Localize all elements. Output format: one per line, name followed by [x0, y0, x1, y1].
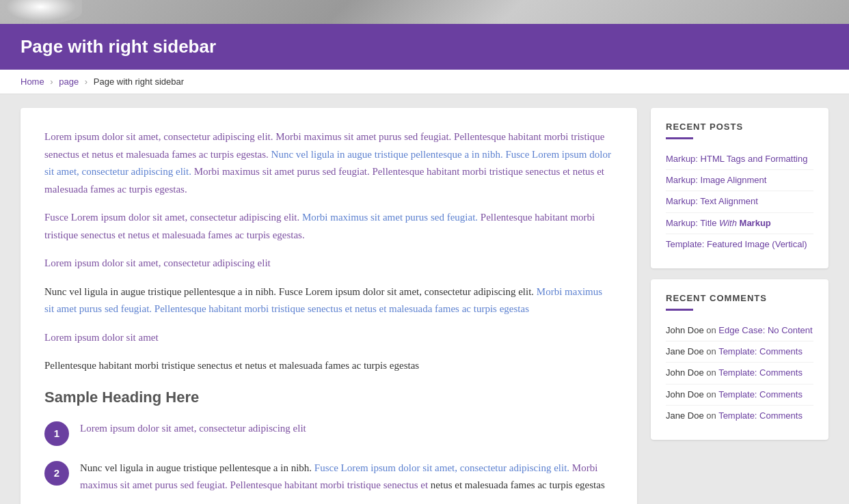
list-item: Markup: HTML Tags and Formatting	[666, 149, 813, 170]
page-title: Page with right sidebar	[21, 36, 828, 57]
comment-entry: Jane Doe on Template: Comments	[666, 406, 813, 426]
list-item-text-1: Lorem ipsum dolor sit amet, consectetur …	[80, 420, 613, 438]
numbered-list: 1 Lorem ipsum dolor sit amet, consectetu…	[44, 420, 613, 494]
recent-comments-title: RECENT COMMENTS	[666, 293, 813, 303]
breadcrumb-page[interactable]: page	[59, 76, 79, 87]
commenter-name: Jane Doe	[666, 410, 704, 421]
number-badge-1: 1	[44, 421, 69, 446]
breadcrumb-home[interactable]: Home	[21, 76, 44, 87]
comment-entry: John Doe on Template: Comments	[666, 363, 813, 384]
comment-post-link[interactable]: Template: Comments	[718, 367, 803, 378]
list-item: Markup: Title With Markup	[666, 213, 813, 234]
number-badge-2: 2	[44, 461, 69, 486]
comment-post-link[interactable]: Edge Case: No Content	[718, 325, 812, 335]
list-item: Markup: Image Alignment	[666, 170, 813, 191]
recent-post-link-4[interactable]: Markup: Title With Markup	[666, 218, 771, 228]
recent-posts-title: RECENT POSTS	[666, 122, 813, 132]
comment-post-link[interactable]: Template: Comments	[718, 389, 803, 400]
recent-post-link-3[interactable]: Markup: Text Alignment	[666, 196, 758, 206]
comment-post-link[interactable]: Template: Comments	[718, 410, 803, 421]
commenter-name: Jane Doe	[666, 346, 704, 356]
page-header: Page with right sidebar	[0, 24, 849, 70]
commenter-name: John Doe	[666, 325, 704, 335]
breadcrumb-sep-2: ›	[85, 76, 87, 87]
paragraph-4: Nunc vel ligula in augue tristique pelle…	[44, 283, 613, 318]
paragraph-5: Lorem ipsum dolor sit amet	[44, 329, 613, 347]
list-item: Template: Featured Image (Vertical)	[666, 234, 813, 255]
list-item-text-2: Nunc vel ligula in augue tristique pelle…	[80, 460, 613, 494]
comment-entry: John Doe on Template: Comments	[666, 384, 813, 406]
paragraph-3: Lorem ipsum dolor sit amet, consectetur …	[44, 255, 613, 272]
sample-heading: Sample Heading Here	[44, 389, 613, 406]
main-container: Lorem ipsum dolor sit amet, consectetur …	[0, 94, 849, 504]
commenter-name: John Doe	[666, 367, 704, 378]
recent-posts-list: Markup: HTML Tags and Formatting Markup:…	[666, 149, 813, 255]
hero-image	[0, 0, 849, 24]
sidebar: RECENT POSTS Markup: HTML Tags and Forma…	[651, 108, 828, 504]
content-area: Lorem ipsum dolor sit amet, consectetur …	[21, 108, 637, 504]
comment-entry: Jane Doe on Template: Comments	[666, 341, 813, 363]
paragraph-6: Pellentesque habitant morbi tristique se…	[44, 357, 613, 375]
recent-post-link-5[interactable]: Template: Featured Image (Vertical)	[666, 239, 807, 249]
breadcrumb-current: Page with right sidebar	[94, 76, 184, 87]
breadcrumb-sep-1: ›	[50, 76, 53, 87]
recent-post-link-1[interactable]: Markup: HTML Tags and Formatting	[666, 154, 807, 164]
recent-comments-underline	[666, 309, 693, 311]
recent-comments-widget: RECENT COMMENTS John Doe on Edge Case: N…	[651, 279, 828, 440]
list-item: Markup: Text Alignment	[666, 191, 813, 212]
list-item: 1 Lorem ipsum dolor sit amet, consectetu…	[44, 420, 613, 446]
commenter-name: John Doe	[666, 389, 704, 400]
recent-post-link-2[interactable]: Markup: Image Alignment	[666, 175, 766, 185]
comment-entry: John Doe on Edge Case: No Content	[666, 320, 813, 341]
recent-posts-widget: RECENT POSTS Markup: HTML Tags and Forma…	[651, 108, 828, 268]
paragraph-2: Fusce Lorem ipsum dolor sit amet, consec…	[44, 209, 613, 244]
paragraph-1: Lorem ipsum dolor sit amet, consectetur …	[44, 128, 613, 198]
list-item: 2 Nunc vel ligula in augue tristique pel…	[44, 460, 613, 494]
recent-posts-underline	[666, 137, 693, 139]
breadcrumb: Home › page › Page with right sidebar	[0, 70, 849, 94]
comment-post-link[interactable]: Template: Comments	[718, 346, 803, 356]
